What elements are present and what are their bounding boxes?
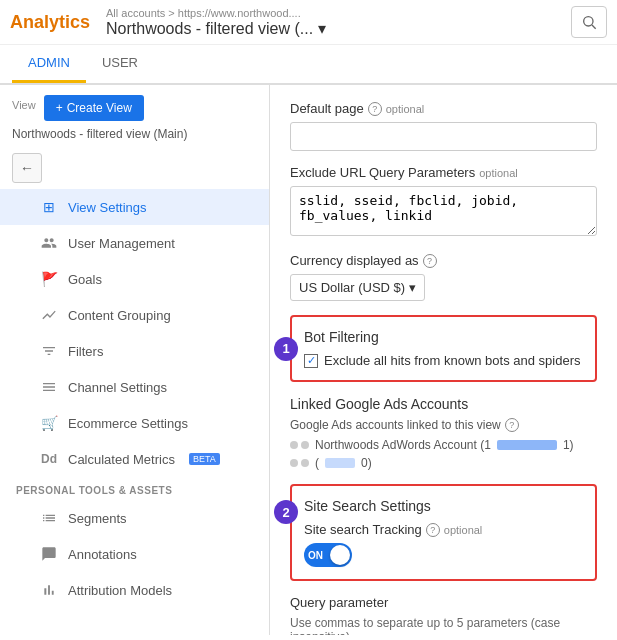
content-grouping-icon bbox=[40, 306, 58, 324]
annotations-icon bbox=[40, 545, 58, 563]
sidebar-item-filters[interactable]: Filters bbox=[0, 333, 269, 369]
default-page-optional: optional bbox=[386, 103, 425, 115]
create-view-plus: + bbox=[56, 101, 63, 115]
ads-dots-1 bbox=[290, 441, 309, 449]
query-param-label: Query parameter bbox=[290, 595, 597, 610]
view-title[interactable]: Northwoods - filtered view (... ▾ bbox=[106, 19, 571, 38]
ads-bar-1 bbox=[497, 440, 557, 450]
attribution-models-icon bbox=[40, 581, 58, 599]
toggle-knob bbox=[330, 545, 350, 565]
ads-account-row-2: ( 0) bbox=[290, 456, 597, 470]
step-2-badge: 2 bbox=[274, 500, 298, 524]
sidebar-item-content-grouping[interactable]: Content Grouping bbox=[0, 297, 269, 333]
sidebar-item-channel-settings-label: Channel Settings bbox=[68, 380, 167, 395]
view-label: View bbox=[12, 99, 36, 111]
ecommerce-settings-icon: 🛒 bbox=[40, 414, 58, 432]
back-button[interactable]: ← bbox=[12, 153, 42, 183]
site-search-toggle[interactable]: ON bbox=[304, 543, 352, 567]
view-settings-icon: ⊞ bbox=[40, 198, 58, 216]
personal-section-header: PERSONAL TOOLS & ASSETS bbox=[0, 477, 269, 500]
site-search-tracking-label: Site search Tracking ? optional bbox=[304, 522, 583, 537]
sidebar-item-calculated-metrics[interactable]: Dd Calculated Metrics BETA bbox=[0, 441, 269, 477]
breadcrumb-section: All accounts > https://www.northwood....… bbox=[106, 7, 571, 38]
filters-icon bbox=[40, 342, 58, 360]
calculated-metrics-icon: Dd bbox=[40, 450, 58, 468]
analytics-logo: Analytics bbox=[10, 12, 90, 33]
sidebar-item-segments-label: Segments bbox=[68, 511, 127, 526]
sidebar-item-ecommerce-settings-label: Ecommerce Settings bbox=[68, 416, 188, 431]
site-search-container: 2 Site Search Settings Site search Track… bbox=[290, 484, 597, 581]
default-page-label: Default page ? optional bbox=[290, 101, 597, 116]
create-view-label: Create View bbox=[67, 101, 132, 115]
ads-dots-2 bbox=[290, 459, 309, 467]
currency-help-icon[interactable]: ? bbox=[423, 254, 437, 268]
ads-account-2-suffix: 0) bbox=[361, 456, 372, 470]
sidebar-item-ecommerce-settings[interactable]: 🛒 Ecommerce Settings bbox=[0, 405, 269, 441]
goals-icon: 🚩 bbox=[40, 270, 58, 288]
sidebar-item-channel-settings[interactable]: Channel Settings bbox=[0, 369, 269, 405]
ads-bar-2 bbox=[325, 458, 355, 468]
bot-filtering-checkbox-label: Exclude all hits from known bots and spi… bbox=[324, 353, 581, 368]
sidebar-item-content-grouping-label: Content Grouping bbox=[68, 308, 171, 323]
sidebar-item-user-management[interactable]: User Management bbox=[0, 225, 269, 261]
step-1-badge: 1 bbox=[274, 337, 298, 361]
search-button[interactable] bbox=[571, 6, 607, 38]
ads-account-1-label: Northwoods AdWords Account (1 bbox=[315, 438, 491, 452]
linked-ads-title: Linked Google Ads Accounts bbox=[290, 396, 597, 412]
sidebar-item-segments[interactable]: Segments bbox=[0, 500, 269, 536]
currency-label: Currency displayed as ? bbox=[290, 253, 597, 268]
default-page-input[interactable] bbox=[290, 122, 597, 151]
svg-line-1 bbox=[592, 25, 596, 29]
default-page-help-icon[interactable]: ? bbox=[368, 102, 382, 116]
exclude-url-label: Exclude URL Query Parameters optional bbox=[290, 165, 597, 180]
sidebar-item-annotations-label: Annotations bbox=[68, 547, 137, 562]
linked-ads-help-icon[interactable]: ? bbox=[505, 418, 519, 432]
toggle-on-label: ON bbox=[308, 550, 323, 561]
channel-settings-icon bbox=[40, 378, 58, 396]
bot-filtering-title: Bot Filtering bbox=[304, 329, 583, 345]
sidebar-item-filters-label: Filters bbox=[68, 344, 103, 359]
sidebar-item-goals[interactable]: 🚩 Goals bbox=[0, 261, 269, 297]
sidebar-item-goals-label: Goals bbox=[68, 272, 102, 287]
sidebar-item-calculated-metrics-label: Calculated Metrics bbox=[68, 452, 175, 467]
user-management-icon bbox=[40, 234, 58, 252]
toggle-row: ON bbox=[304, 543, 583, 567]
tab-bar: ADMIN USER bbox=[0, 45, 617, 84]
breadcrumb: All accounts > https://www.northwood.... bbox=[106, 7, 571, 19]
content-area: Default page ? optional Exclude URL Quer… bbox=[270, 85, 617, 635]
exclude-url-input[interactable]: sslid, sseid, fbclid, jobid, fb_values, … bbox=[290, 186, 597, 236]
site-search-box: Site Search Settings Site search Trackin… bbox=[290, 484, 597, 581]
segments-icon bbox=[40, 509, 58, 527]
site-search-optional: optional bbox=[444, 524, 483, 536]
sidebar-item-attribution-models[interactable]: Attribution Models bbox=[0, 572, 269, 608]
create-view-button[interactable]: + Create View bbox=[44, 95, 144, 121]
ads-account-2-label: ( bbox=[315, 456, 319, 470]
sidebar-item-view-settings[interactable]: ⊞ View Settings bbox=[0, 189, 269, 225]
bot-filtering-box: Bot Filtering Exclude all hits from know… bbox=[290, 315, 597, 382]
currency-select[interactable]: US Dollar (USD $) ▾ bbox=[290, 274, 425, 301]
site-search-title: Site Search Settings bbox=[304, 498, 583, 514]
ads-account-row-1: Northwoods AdWords Account (1 1) bbox=[290, 438, 597, 452]
tab-admin[interactable]: ADMIN bbox=[12, 45, 86, 83]
ads-account-1-suffix: 1) bbox=[563, 438, 574, 452]
sidebar: View + Create View Northwoods - filtered… bbox=[0, 85, 270, 635]
bot-filtering-checkbox[interactable] bbox=[304, 354, 318, 368]
sidebar-view-section: View + Create View Northwoods - filtered… bbox=[0, 85, 269, 147]
svg-point-0 bbox=[584, 17, 593, 26]
sidebar-item-view-settings-label: View Settings bbox=[68, 200, 147, 215]
linked-ads-section: Linked Google Ads Accounts Google Ads ac… bbox=[290, 396, 597, 470]
sidebar-item-annotations[interactable]: Annotations bbox=[0, 536, 269, 572]
site-search-help-icon[interactable]: ? bbox=[426, 523, 440, 537]
beta-badge: BETA bbox=[189, 453, 220, 465]
sidebar-item-attribution-models-label: Attribution Models bbox=[68, 583, 172, 598]
tab-user[interactable]: USER bbox=[86, 45, 154, 83]
sidebar-item-user-management-label: User Management bbox=[68, 236, 175, 251]
bot-filtering-checkbox-row: Exclude all hits from known bots and spi… bbox=[304, 353, 583, 368]
sidebar-view-name: Northwoods - filtered view (Main) bbox=[12, 127, 257, 141]
exclude-url-optional: optional bbox=[479, 167, 518, 179]
query-param-note: Use commas to separate up to 5 parameter… bbox=[290, 616, 597, 635]
linked-ads-subtitle: Google Ads accounts linked to this view … bbox=[290, 418, 597, 432]
bot-filtering-container: 1 Bot Filtering Exclude all hits from kn… bbox=[290, 315, 597, 382]
